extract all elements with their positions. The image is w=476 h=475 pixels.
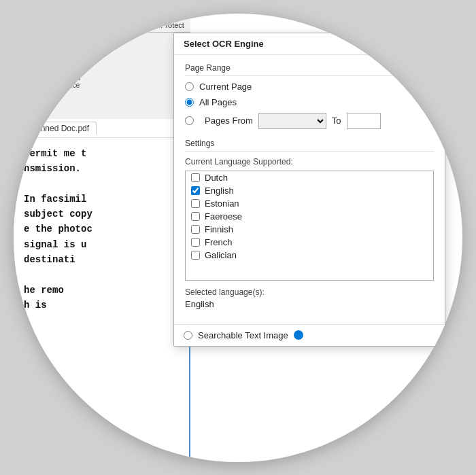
all-pages-row: All Pages	[185, 97, 434, 107]
tab-protect[interactable]: Protect	[154, 18, 191, 32]
export-all-images-label2: Images	[24, 82, 46, 89]
lang-faeroese-label: Faeroese	[205, 211, 242, 222]
lang-estonian: Estonian	[186, 197, 433, 210]
lang-english-label: English	[205, 186, 234, 196]
ribbon-area: W Form Protect Export All Images	[14, 14, 190, 136]
ms-office-label1: To MS	[61, 74, 80, 82]
export-images-icon	[21, 44, 48, 71]
lang-finnish-label: Finnish	[205, 224, 233, 234]
lang-english-checkbox[interactable]	[191, 186, 200, 195]
ocr-engine-dialog: Select OCR Engine Page Range Current Pag…	[173, 33, 445, 347]
page-range-section-label: Page Range	[185, 63, 434, 76]
lang-english: English	[186, 184, 433, 197]
doc-line-6: signal is u	[24, 237, 180, 252]
all-pages-radio[interactable]	[185, 98, 194, 107]
doc-line-2: nsmission.	[24, 161, 180, 176]
selected-languages-label: Selected language(s):	[185, 287, 434, 297]
ms-office-label2: Office	[62, 82, 80, 89]
lang-faeroese-checkbox[interactable]	[191, 212, 200, 221]
settings-section-label: Settings	[185, 139, 434, 152]
pages-from-label: Pages From	[205, 116, 253, 126]
editor-background: W Form Protect Export All Images	[14, 14, 190, 462]
dialog-title: Select OCR Engine	[174, 33, 445, 55]
pages-from-row: Pages From To	[185, 113, 434, 129]
dialog-body: Page Range Current Page All Pages Pages …	[174, 55, 445, 324]
doc-line-9: h is	[24, 298, 180, 313]
current-page-row: Current Page	[185, 82, 434, 92]
lang-dutch: Dutch	[186, 171, 433, 184]
to-ms-office-button[interactable]: W To MS Office	[57, 44, 84, 89]
export-all-images-label: Export All	[20, 74, 49, 82]
to-label: To	[332, 116, 341, 126]
doc-line-3: In facsimil	[24, 192, 180, 207]
tab-w[interactable]: W	[102, 18, 122, 32]
lang-french: French	[186, 236, 433, 249]
doc-line-5: e the photoc	[24, 222, 180, 236]
lang-dutch-checkbox[interactable]	[191, 173, 200, 182]
lang-estonian-checkbox[interactable]	[191, 199, 200, 208]
svg-text:W: W	[66, 54, 75, 64]
to-input[interactable]	[347, 113, 381, 129]
document-content: Permit me t nsmission. In facsimil subje…	[14, 139, 190, 320]
current-language-label: Current Language Supported:	[185, 157, 434, 166]
doc-line-7: destinati	[24, 252, 180, 267]
all-pages-label: All Pages	[199, 97, 237, 107]
current-page-radio[interactable]	[185, 82, 194, 91]
language-list[interactable]: Dutch English Estonian Faeroese	[185, 171, 434, 281]
doc-line-8: he remo	[24, 283, 180, 298]
lang-dutch-label: Dutch	[205, 173, 228, 183]
filename-bar: Scanned Doc.pdf	[14, 119, 190, 138]
lang-finnish-checkbox[interactable]	[191, 225, 200, 234]
export-all-images-button[interactable]: Export All Images	[20, 44, 49, 89]
ribbon-tabs: W Form Protect	[14, 14, 190, 33]
lang-faeroese: Faeroese	[186, 210, 433, 223]
page-range-group: Current Page All Pages Pages From To	[185, 82, 434, 129]
doc-line-1: Permit me t	[24, 146, 180, 161]
lang-galician: Galician	[186, 249, 433, 262]
searchable-text-image-label: Searchable Text Image	[198, 330, 288, 340]
lang-galician-checkbox[interactable]	[191, 251, 200, 260]
lang-french-label: French	[205, 237, 232, 247]
lang-finnish: Finnish	[186, 223, 433, 236]
doc-line-4: subject copy	[24, 207, 180, 222]
app-window: W Form Protect Export All Images	[14, 14, 462, 462]
blue-indicator	[294, 330, 303, 340]
lang-galician-label: Galician	[205, 250, 237, 260]
lang-french-checkbox[interactable]	[191, 238, 200, 247]
ribbon-content: Export All Images W To MS Office	[14, 33, 190, 101]
pages-from-radio[interactable]	[185, 116, 194, 125]
current-page-label: Current Page	[199, 82, 252, 92]
tab-form[interactable]: Form	[122, 18, 154, 32]
lang-estonian-label: Estonian	[205, 198, 239, 209]
pages-from-select[interactable]	[258, 113, 326, 129]
ms-office-icon: W	[57, 44, 84, 71]
searchable-text-image-radio[interactable]	[184, 331, 192, 340]
settings-section: Settings Current Language Supported: Dut…	[185, 139, 434, 309]
dialog-footer: Searchable Text Image	[174, 324, 445, 346]
filename-tab[interactable]: Scanned Doc.pdf	[19, 122, 97, 135]
footer-radio-row: Searchable Text Image	[184, 330, 303, 340]
selected-languages-value: English	[185, 299, 434, 309]
